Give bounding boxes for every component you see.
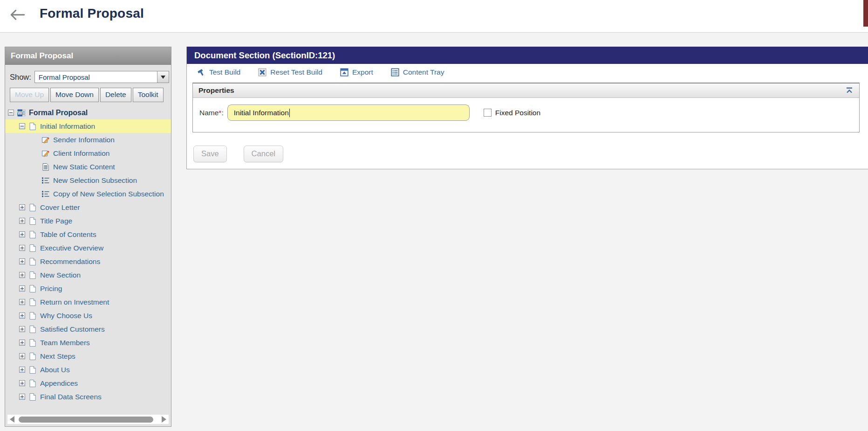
tree: WFormal ProposalInitial InformationSende… — [5, 102, 171, 403]
expand-toggle-icon[interactable] — [19, 340, 25, 346]
tree-item[interactable]: Title Page — [5, 214, 171, 228]
page-icon — [28, 122, 37, 131]
tree-item-label: Satisfied Customers — [40, 325, 105, 334]
tree-item[interactable]: New Static Content — [5, 160, 171, 174]
toolkit-button[interactable]: Toolkit — [133, 88, 164, 102]
page-icon — [28, 325, 37, 334]
reset-test-build-button[interactable]: Reset Test Build — [258, 68, 322, 76]
expand-toggle-icon[interactable] — [19, 218, 25, 224]
move-down-button[interactable]: Move Down — [50, 88, 99, 102]
tree-item[interactable]: Why Choose Us — [5, 309, 171, 322]
svg-text:W: W — [18, 110, 22, 115]
content-tray-button[interactable]: Content Tray — [391, 68, 444, 76]
tree-item-label: Next Steps — [40, 352, 75, 361]
expand-toggle-icon[interactable] — [19, 313, 25, 319]
collapse-toggle-icon[interactable] — [8, 110, 14, 116]
show-dropdown[interactable]: Formal Proposal — [34, 71, 169, 83]
page-icon — [28, 339, 37, 347]
expand-toggle-icon[interactable] — [19, 394, 25, 400]
tree-item[interactable]: Sender Information — [5, 133, 171, 146]
page-icon — [28, 203, 37, 212]
document-section-panel: Document Section (SectionID:121) Test Bu… — [186, 47, 868, 169]
delete-button[interactable]: Delete — [100, 88, 131, 102]
collapse-panel-icon[interactable] — [845, 86, 854, 95]
expand-toggle-icon[interactable] — [19, 272, 25, 278]
expand-toggle-icon[interactable] — [19, 380, 25, 386]
tree-item[interactable]: New Section — [5, 268, 171, 282]
tree-item[interactable]: Recommendations — [5, 255, 171, 268]
tree-item[interactable]: Table of Contents — [5, 228, 171, 241]
tree-item[interactable]: Next Steps — [5, 349, 171, 363]
tree-item[interactable]: Team Members — [5, 336, 171, 349]
export-icon — [340, 68, 349, 76]
expand-toggle-icon[interactable] — [19, 245, 25, 251]
word-doc-icon: W — [17, 109, 26, 117]
expand-toggle-icon[interactable] — [19, 299, 25, 305]
tree-item-label: Copy of New Selection Subsection — [53, 190, 164, 198]
tree-item[interactable]: Return on Investment — [5, 295, 171, 309]
tree-item[interactable]: Copy of New Selection Subsection — [5, 187, 171, 201]
tree-item[interactable]: Appendices — [5, 376, 171, 390]
tree-item-label: Executive Overview — [40, 244, 103, 252]
name-label: Name*: — [199, 109, 224, 117]
sidebar-panel-title: Formal Proposal — [5, 47, 171, 65]
top-header: Formal Proposal — [0, 0, 868, 33]
tree-item-label: About Us — [40, 366, 70, 374]
tree-item[interactable]: Satisfied Customers — [5, 322, 171, 336]
tool-label: Content Tray — [403, 68, 444, 76]
tree-item[interactable]: Cover Letter — [5, 201, 171, 214]
tree-item[interactable]: New Selection Subsection — [5, 174, 171, 187]
expand-toggle-icon[interactable] — [19, 367, 25, 373]
expand-toggle-icon[interactable] — [19, 258, 25, 264]
selection-list-icon — [41, 190, 50, 198]
expand-toggle-icon[interactable] — [19, 204, 25, 210]
move-up-button[interactable]: Move Up — [10, 88, 49, 102]
static-content-icon — [41, 163, 50, 171]
fixed-position-checkbox[interactable] — [484, 109, 492, 117]
tool-label: Export — [352, 68, 373, 76]
page-icon — [28, 298, 37, 306]
tool-label: Reset Test Build — [270, 68, 322, 76]
expand-toggle-icon[interactable] — [19, 326, 25, 332]
export-button[interactable]: Export — [340, 68, 373, 76]
page-icon — [28, 244, 37, 252]
tool-label: Test Build — [209, 68, 240, 76]
scroll-left-arrow-icon[interactable] — [10, 416, 14, 423]
page-icon — [28, 230, 37, 239]
tree-item[interactable]: Executive Overview — [5, 241, 171, 255]
tree-item-label: Cover Letter — [40, 203, 80, 212]
panel-title: Document Section (SectionID:121) — [187, 47, 868, 64]
expand-toggle-icon[interactable] — [19, 353, 25, 359]
scrollbar-thumb[interactable] — [19, 417, 153, 423]
expand-toggle-icon[interactable] — [19, 231, 25, 237]
tree-item-label: Sender Information — [53, 136, 115, 144]
name-label-text: Name — [199, 109, 219, 117]
tree-item-label: Team Members — [40, 339, 90, 347]
tree-item[interactable]: Initial Information — [5, 119, 171, 133]
name-label-colon: : — [221, 109, 223, 117]
tree-item[interactable]: Client Information — [5, 146, 171, 160]
page-icon — [28, 352, 37, 361]
save-button[interactable]: Save — [193, 146, 227, 162]
test-build-button[interactable]: Test Build — [197, 68, 240, 76]
back-button[interactable] — [9, 8, 26, 23]
edit-page-icon — [41, 136, 50, 144]
tree-item[interactable]: About Us — [5, 363, 171, 376]
collapse-toggle-icon[interactable] — [19, 123, 25, 129]
tree-item[interactable]: Pricing — [5, 282, 171, 295]
scroll-right-arrow-icon[interactable] — [162, 416, 166, 423]
cut-off-red-element — [863, 0, 868, 27]
tree-item-label: Return on Investment — [40, 298, 109, 306]
name-input[interactable]: Initial Information — [227, 104, 470, 121]
tree-item-label: Appendices — [40, 379, 78, 388]
chevron-down-icon[interactable] — [157, 71, 169, 83]
expand-toggle-icon[interactable] — [19, 285, 25, 292]
tree-item-label: Client Information — [53, 149, 109, 158]
tree-item[interactable]: WFormal Proposal — [5, 106, 171, 119]
cancel-button[interactable]: Cancel — [244, 146, 283, 162]
properties-header: Properties — [193, 83, 859, 98]
horizontal-scrollbar[interactable] — [7, 415, 169, 424]
tree-item[interactable]: Final Data Screens — [5, 390, 171, 403]
toolbar: Test Build Reset Test Build Export Conte… — [187, 64, 868, 81]
tree-item-label: Initial Information — [40, 122, 95, 131]
